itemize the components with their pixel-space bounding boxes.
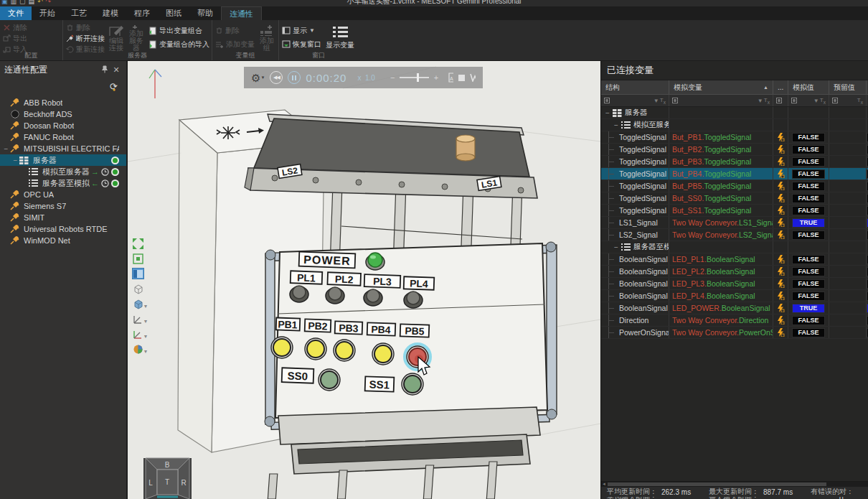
tab-5[interactable]: 图纸 — [158, 6, 189, 20]
tree-item[interactable]: Doosan Robot — [0, 120, 126, 131]
table-row[interactable]: BooleanSignalLED_PL3.BooleanSignalFALSE — [601, 278, 868, 290]
ss1-switch[interactable] — [402, 373, 423, 395]
tree-item[interactable]: −服务器 — [0, 154, 126, 166]
export-variable-group-button[interactable]: 导出变量组合 — [148, 26, 209, 35]
shaded-cube-icon[interactable]: ▼ — [132, 298, 144, 309]
speed-slider[interactable] — [400, 77, 428, 78]
collapse-icon[interactable]: − — [604, 109, 611, 117]
pb4-button[interactable] — [372, 343, 394, 365]
table-row[interactable]: BooleanSignalLED_PL1.BooleanSignalFALSE — [601, 253, 868, 266]
delete-server-button[interactable]: 删除 — [66, 23, 105, 32]
frame-axis-icon[interactable]: ▼ — [132, 328, 144, 340]
pl2-lamp[interactable] — [326, 287, 344, 304]
horizontal-scrollbar[interactable]: ◄ — [601, 482, 868, 487]
filter-sim-value[interactable]: ▼Tx — [788, 95, 829, 106]
filter-checkbox-icon[interactable] — [776, 98, 782, 103]
tree-item[interactable]: 模拟至服务器→ — [0, 166, 126, 177]
add-group-button[interactable]: 添加组 — [258, 23, 275, 52]
disconnect-button[interactable]: 断开连接 — [66, 34, 105, 43]
tab-2[interactable]: 工艺 — [63, 6, 95, 20]
reset-playback-button[interactable]: ◀◀ — [270, 71, 283, 84]
table-row[interactable]: LS1_SignalTwo Way Conveyor.LS1_SignalTRU… — [601, 217, 868, 229]
table-group-row[interactable]: −服务器至模拟 — [601, 241, 868, 253]
scrollbar-thumb[interactable] — [608, 482, 826, 486]
column-header-reserved-value[interactable]: 预留值 — [829, 80, 867, 94]
collapse-icon[interactable]: − — [613, 243, 620, 251]
filter-checkbox-icon[interactable] — [672, 98, 678, 103]
table-row[interactable]: LS2_SignalTwo Way Conveyor.LS2_SignalFAL… — [601, 229, 868, 241]
filter-checkbox-icon[interactable] — [604, 98, 610, 103]
conveyor[interactable]: LS2 LS1 — [245, 114, 537, 198]
filter-structure[interactable]: ▼Tx — [601, 95, 669, 106]
zoom-selection-icon[interactable] — [132, 253, 144, 264]
pl1-lamp[interactable] — [290, 286, 308, 302]
export-pdf-icon[interactable]: A — [448, 73, 453, 83]
tree-item[interactable]: SIMIT — [0, 212, 126, 223]
tree-item[interactable]: Universal Robots RTDE — [0, 223, 126, 235]
restore-window-button[interactable]: 恢复窗口 — [282, 39, 321, 49]
tree-item[interactable]: −MITSUBISHI ELECTRIC FA — [0, 143, 126, 154]
filter-reserved-value[interactable]: Tx — [829, 95, 867, 106]
table-row[interactable]: BooleanSignalLED_PL4.BooleanSignalFALSE — [601, 290, 868, 302]
table-row[interactable]: ToggledSignalBut_PB2.ToggledSignalFALSE — [601, 144, 868, 156]
tab-3[interactable]: 建模 — [95, 6, 126, 20]
view-navigation-cube[interactable]: B L T R — [143, 458, 192, 499]
import-variable-group-button[interactable]: 变量组合的导入 — [148, 39, 209, 49]
tab-6[interactable]: 帮助 — [189, 6, 221, 20]
pb1-button[interactable] — [271, 337, 293, 358]
add-server-button[interactable]: 添加服务器 — [128, 23, 145, 52]
tab-1[interactable]: 开始 — [32, 6, 63, 20]
pin-icon[interactable] — [99, 65, 110, 75]
wireframe-cube-icon[interactable] — [132, 283, 144, 294]
column-header-sim-variable[interactable]: 模拟变量▲ — [669, 80, 773, 94]
table-row[interactable]: ToggledSignalBut_SS0.ToggledSignalFALSE — [601, 192, 868, 205]
tree-item[interactable]: 服务器至模拟← — [0, 177, 126, 189]
show-variables-button[interactable]: 显示变量 — [325, 23, 355, 52]
tab-4[interactable]: 程序 — [126, 6, 158, 20]
close-panel-icon[interactable]: ✕ — [110, 65, 122, 75]
tab-7[interactable]: 连通性 — [221, 6, 262, 20]
scroll-left-icon[interactable]: ◄ — [602, 482, 606, 487]
filter-checkbox-icon[interactable] — [791, 98, 797, 103]
speed-decrease-icon[interactable]: − — [390, 73, 395, 82]
filter-checkbox-icon[interactable] — [832, 98, 838, 103]
tree-item[interactable]: Beckhoff ADS — [0, 108, 126, 120]
table-row[interactable]: BooleanSignalLED_POWER.BooleanSignalTRUE — [601, 302, 868, 314]
speed-increase-icon[interactable]: + — [434, 73, 438, 82]
tree-item[interactable]: OPC UA — [0, 189, 126, 200]
delete-variable-button[interactable]: 删除 — [215, 26, 255, 35]
tree-item[interactable]: ABB Robot — [0, 97, 126, 108]
collapse-icon[interactable]: − — [613, 121, 620, 129]
refresh-icon[interactable]: ⟳● — [110, 81, 121, 92]
column-header-sim-value[interactable]: 模拟值 — [788, 80, 829, 94]
vr-mode-icon[interactable] — [470, 73, 476, 82]
render-mode-sphere-icon[interactable]: ▼ — [132, 343, 144, 355]
table-row[interactable]: BooleanSignalLED_PL2.BooleanSignalFALSE — [601, 266, 868, 278]
tree-item[interactable]: FANUC Robot — [0, 131, 126, 143]
move-axis-icon[interactable]: ▼ — [132, 313, 144, 325]
pl3-lamp[interactable] — [364, 289, 382, 306]
record-video-icon[interactable] — [458, 74, 465, 82]
export-button[interactable]: 导出 — [3, 34, 27, 43]
pause-button[interactable] — [288, 71, 301, 84]
edit-connection-button[interactable]: 编辑连接 — [108, 23, 124, 52]
fit-view-icon[interactable] — [132, 238, 144, 249]
tree-item[interactable]: Siemens S7 — [0, 200, 126, 212]
filter-connection[interactable] — [773, 95, 788, 106]
collapse-icon[interactable]: − — [3, 145, 9, 153]
cylinder-part[interactable] — [456, 135, 476, 161]
column-header-connection[interactable]: ... — [773, 80, 788, 94]
clear-button[interactable]: 清除 — [3, 23, 27, 32]
pb3-button[interactable] — [334, 340, 355, 361]
collapse-icon[interactable]: − — [12, 157, 19, 164]
pb2-button[interactable] — [305, 338, 326, 360]
display-menu-button[interactable]: 显示▼ — [282, 26, 321, 35]
filter-sim-variable[interactable]: ▼Tx — [669, 95, 773, 106]
table-row[interactable]: ToggledSignalBut_PB5.ToggledSignalFALSE — [601, 180, 868, 192]
table-group-row[interactable]: −服务器 — [601, 107, 868, 119]
table-row[interactable]: ToggledSignalBut_PB4.ToggledSignalFALSE — [601, 168, 868, 180]
table-row[interactable]: PowerOnSignalTwo Way Conveyor.PowerOnSig… — [601, 327, 868, 339]
view-panel-icon[interactable] — [132, 268, 144, 279]
pl4-lamp[interactable] — [404, 292, 423, 308]
table-row[interactable]: ToggledSignalBut_PB3.ToggledSignalFALSE — [601, 156, 868, 168]
